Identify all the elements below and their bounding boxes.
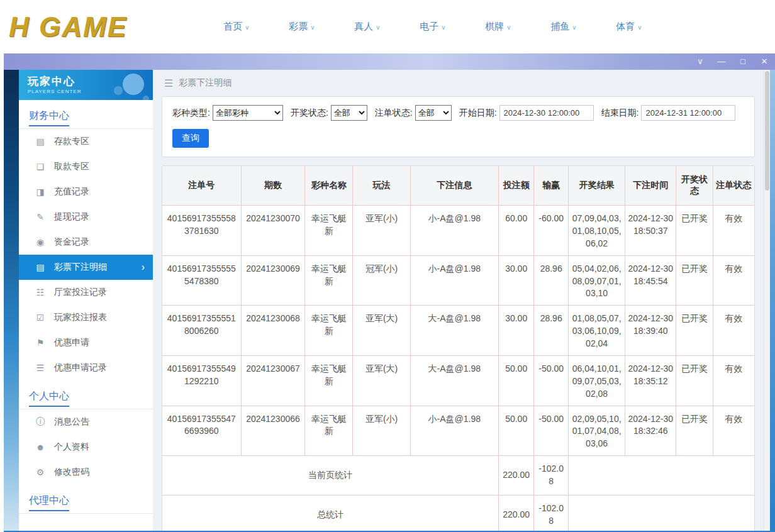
sidebar-menu: 财务中心▤存款专区❏取款专区◨充值记录✎提现记录◉资金记录▤彩票下注明细›☷厅室…: [19, 100, 153, 514]
breadcrumb: ☰ 彩票下注明细: [162, 70, 755, 96]
table-row: 40156917355551800626020241230068幸运飞艇新亚军(…: [162, 306, 754, 356]
right-gradient-strip: [770, 70, 775, 531]
sidebar-item[interactable]: ❏取款专区: [19, 154, 153, 179]
sidebar-item-label: 厅室投注记录: [54, 287, 107, 298]
sidebar-item[interactable]: ☰优惠申请记录: [19, 355, 153, 380]
cell-issue: 20241230066: [241, 406, 305, 456]
window-collapse-icon[interactable]: ∨: [689, 53, 711, 70]
order-status-label: 注单状态:: [375, 108, 413, 119]
nav-item-label: 真人: [354, 21, 373, 31]
nav-item-1[interactable]: 首页∨: [204, 21, 269, 33]
cell-order_status: 有效: [713, 355, 754, 406]
player-bet-report-icon: ☑: [35, 313, 46, 323]
decorative-circle: [143, 96, 149, 100]
draw-status-select[interactable]: 全部: [331, 105, 367, 121]
cell-win_loss: -50.00: [534, 406, 569, 456]
table-row: 40156917355547669396020241230066幸运飞艇新亚军(…: [162, 406, 754, 456]
end-date-input[interactable]: [641, 105, 735, 121]
sidebar-item[interactable]: ▤存款专区: [19, 129, 153, 154]
table-row: 40156917355558378163020241230070幸运飞艇新亚军(…: [162, 206, 754, 256]
sidebar-item-label: 存款专区: [54, 136, 89, 147]
chevron-down-icon: ∨: [441, 24, 445, 31]
hamburger-icon[interactable]: ☰: [164, 77, 173, 89]
end-date-label: 结束日期:: [601, 108, 639, 119]
cell-bet_amount: 50.00: [498, 406, 533, 456]
sidebar-item[interactable]: ☑玩家投注报表: [19, 305, 153, 330]
window-close-icon[interactable]: ✕: [754, 53, 775, 70]
cell-bet_info: 大-A盘@1.98: [410, 306, 498, 356]
sidebar-item[interactable]: ☻个人资料: [19, 435, 153, 460]
bet-table-body: 40156917355558378163020241230070幸运飞艇新亚军(…: [162, 206, 754, 456]
search-button[interactable]: 查询: [172, 129, 209, 148]
sidebar-item[interactable]: ⚙修改密码: [19, 460, 153, 485]
sidebar-item-label: 消息公告: [54, 416, 89, 428]
nav-item-label: 体育: [616, 21, 635, 31]
summary-winloss-total: -102.08: [534, 495, 569, 531]
cell-order_id: 401569173555476693960: [162, 406, 241, 456]
sidebar-item[interactable]: ⓘ消息公告: [19, 409, 153, 435]
cell-order_status: 有效: [713, 306, 754, 356]
summary-label: 总统计: [162, 495, 498, 531]
cell-bet_amount: 50.00: [498, 355, 533, 406]
cell-bet_time: 2024-12-30 18:50:37: [625, 206, 676, 256]
sidebar-item[interactable]: ⚑优惠申请: [19, 330, 153, 355]
cell-draw_result: 06,04,10,01,09,07,05,03,02,08: [568, 355, 625, 406]
nav-item-3[interactable]: 真人∨: [335, 21, 400, 33]
nav-item-5[interactable]: 棋牌∨: [466, 21, 531, 33]
sidebar-item-label: 优惠申请: [54, 337, 89, 348]
sidebar-item-label: 优惠申请记录: [54, 362, 107, 374]
cell-bet_amount: 30.00: [498, 306, 533, 356]
sidebar-section-label: 个人中心: [29, 391, 69, 407]
column-header-lottery_name: 彩种名称: [305, 166, 353, 206]
sidebar-section-label: 代理中心: [29, 495, 69, 511]
lottery-bet-detail-icon: ▤: [35, 262, 46, 272]
nav-item-4[interactable]: 电子∨: [400, 21, 466, 33]
nav-item-label: 捕鱼: [550, 21, 569, 31]
nav-item-7[interactable]: 体育∨: [596, 21, 662, 33]
cell-bet_time: 2024-12-30 18:45:54: [625, 255, 676, 306]
sidebar-item[interactable]: ▤彩票下注明细›: [19, 255, 153, 280]
sidebar-item[interactable]: ☷厅室投注记录: [19, 280, 153, 305]
hall-bet-record-icon: ☷: [35, 287, 46, 297]
start-date-label: 开始日期:: [459, 108, 497, 119]
cell-order_id: 401569173555583781630: [162, 206, 241, 256]
cell-draw_status: 已开奖: [676, 255, 713, 306]
order-status-select[interactable]: 全部: [415, 105, 452, 121]
sidebar-item[interactable]: ◉资金记录: [19, 230, 153, 255]
cell-bet_info: 小-A盘@1.98: [410, 406, 498, 456]
filter-panel: 彩种类型: 全部彩种 开奖状态: 全部 注单状态: 全部 开始日期: 结束日期:…: [162, 96, 755, 157]
column-header-bet_info: 下注信息: [410, 166, 498, 206]
lottery-type-select[interactable]: 全部彩种: [213, 105, 283, 121]
nav-item-6[interactable]: 捕鱼∨: [531, 21, 596, 33]
main-nav: 首页∨彩票∨真人∨电子∨棋牌∨捕鱼∨体育∨: [204, 21, 662, 33]
window-maximize-icon[interactable]: □: [732, 53, 754, 70]
sidebar-section-header-3: 代理中心: [19, 485, 153, 514]
cell-issue: 20241230067: [241, 355, 305, 406]
summary-row-grand-total: 总统计 220.00 -102.08: [162, 495, 754, 531]
cell-draw_status: 已开奖: [676, 206, 713, 256]
cell-issue: 20241230068: [241, 306, 305, 356]
vertical-scrollbar[interactable]: [764, 70, 770, 531]
cell-bet_info: 小-A盘@1.98: [410, 206, 498, 256]
cell-lottery_name: 幸运飞艇新: [305, 306, 353, 356]
cell-order_status: 有效: [713, 255, 754, 306]
sidebar-item[interactable]: ✎提现记录: [19, 204, 153, 230]
cell-bet_time: 2024-12-30 18:32:46: [625, 406, 676, 456]
cell-bet_time: 2024-12-30 18:35:12: [625, 355, 676, 406]
scrollbar-thumb[interactable]: [765, 71, 769, 191]
window-minimize-icon[interactable]: —: [711, 53, 732, 70]
cell-draw_status: 已开奖: [676, 406, 713, 456]
sidebar-item[interactable]: ◨充值记录: [19, 179, 153, 204]
cell-draw_result: 01,08,05,07,03,06,10,09,02,04: [568, 306, 625, 356]
cell-play_type: 亚军(大): [353, 306, 410, 356]
table-row: 40156917355549129221020241230067幸运飞艇新亚军(…: [162, 355, 754, 406]
draw-status-label: 开奖状态:: [291, 108, 328, 119]
chevron-down-icon: ∨: [637, 24, 642, 31]
decorative-circle: [114, 86, 123, 95]
cell-order_id: 401569173555518006260: [162, 306, 241, 356]
column-header-bet_time: 下注时间: [625, 166, 676, 206]
nav-item-label: 首页: [223, 21, 242, 31]
start-date-input[interactable]: [499, 105, 594, 121]
chevron-down-icon: ∨: [376, 24, 380, 31]
nav-item-2[interactable]: 彩票∨: [269, 21, 335, 33]
